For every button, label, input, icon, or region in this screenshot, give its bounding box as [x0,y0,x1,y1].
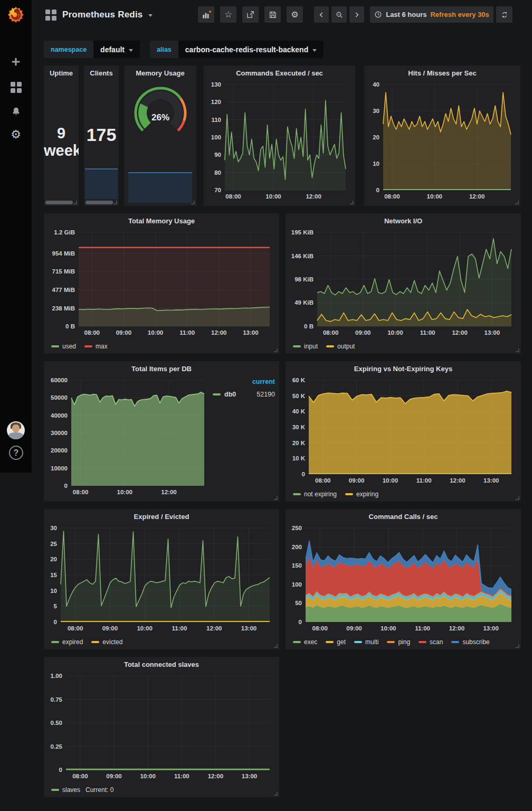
legend-label: exec [304,638,317,646]
help-icon[interactable]: ? [9,446,23,460]
expiring-keys-chart[interactable]: 08:0009:0010:0011:0012:0013:00010 K20 K3… [289,376,518,486]
share-button[interactable] [242,6,259,23]
legend-color-dash [419,641,426,643]
add-panel-button[interactable] [198,6,214,23]
svg-text:0: 0 [299,619,302,625]
resize-handle[interactable] [274,348,278,352]
dashboard-title-dropdown[interactable]: Prometheus Redis [45,0,153,30]
panel-title[interactable]: Uptime [44,69,79,77]
legend-item-db0[interactable]: db052190 [213,391,275,398]
resize-handle[interactable] [515,201,519,204]
legend-item-output[interactable]: output [326,343,355,350]
panel-title[interactable]: Expired / Evicted [44,513,279,521]
resize-handle[interactable] [350,201,354,204]
h-scrollbar[interactable] [45,201,73,204]
panel-title[interactable]: Command Calls / sec [286,513,521,521]
legend-color-dash [387,641,395,643]
svg-text:10 K: 10 K [292,455,306,461]
legend-color-dash [345,493,353,495]
uptime-value: 9 weeks [44,125,79,160]
svg-text:0.25: 0.25 [51,743,63,750]
legend-item-evicted[interactable]: evicted [91,638,122,646]
legend-item-exec[interactable]: exec [293,638,317,646]
legend-item-ping[interactable]: ping [387,638,410,646]
panel-title[interactable]: Clients [84,69,119,77]
legend-item-expiring[interactable]: expiring [345,491,378,498]
panel-title[interactable]: Memory Usage [124,69,196,77]
svg-text:60 K: 60 K [292,377,306,383]
legend-item-max[interactable]: max [84,343,108,350]
star-button[interactable]: ☆ [220,6,236,23]
chart-legend: usedmax [51,343,108,350]
legend-item-input[interactable]: input [293,343,318,350]
svg-text:0: 0 [59,767,62,773]
network-io-chart[interactable]: 08:0009:0010:0011:0012:0013:000 B49 KiB9… [289,228,518,338]
svg-text:12:00: 12:00 [449,625,464,631]
configuration-gear-icon[interactable]: ⚙ [0,126,32,144]
command-calls-chart[interactable]: 08:0009:0010:0011:0012:0013:000501001502… [289,524,518,634]
svg-text:0.50: 0.50 [51,720,62,726]
commands-executed-chart[interactable]: 08:0010:0012:00708090100110120130 [207,80,352,202]
chart-legend: expiredevicted [51,638,122,646]
panel-title[interactable]: Expiring vs Not-Expiring Keys [286,365,521,373]
expired-evicted-chart[interactable]: 08:0009:0010:0011:0012:0013:000510152025… [47,524,276,634]
zoom-out-button[interactable] [331,6,347,23]
save-button[interactable] [264,6,281,23]
settings-gear-button[interactable]: ⚙ [287,6,303,23]
total-memory-chart[interactable]: 08:0009:0010:0011:0012:0013:000 B238 MiB… [47,228,276,338]
svg-text:100: 100 [211,134,221,140]
refresh-button[interactable] [496,6,512,23]
panel-title[interactable]: Network I/O [286,217,521,225]
resize-handle[interactable] [191,201,195,204]
user-avatar[interactable] [7,421,25,439]
svg-text:30: 30 [50,525,57,531]
resize-handle[interactable] [113,201,117,204]
panel-title[interactable]: Commands Executed / sec [204,69,355,77]
legend-item-subscribe[interactable]: subscribe [451,638,489,646]
panel-title[interactable]: Total Items per DB [44,365,279,373]
svg-text:20: 20 [50,556,57,562]
resize-handle[interactable] [516,644,519,648]
dashboards-icon[interactable] [0,78,32,96]
alerting-bell-icon[interactable] [0,102,32,120]
time-forward-button[interactable] [349,6,364,23]
svg-text:10:00: 10:00 [137,625,152,631]
legend-current-header[interactable]: current [213,378,275,385]
time-back-button[interactable] [314,6,329,23]
legend-item-not-expiring[interactable]: not expiring [293,491,337,498]
legend-item-get[interactable]: get [326,638,346,646]
svg-text:08:00: 08:00 [312,625,327,631]
panel-title[interactable]: Hits / Misses per Sec [364,69,520,77]
legend-item-expired[interactable]: expired [51,638,83,646]
resize-handle[interactable] [274,792,278,796]
svg-text:08:00: 08:00 [72,773,88,779]
legend-item-scan[interactable]: scan [419,638,443,646]
svg-text:08:00: 08:00 [73,489,88,495]
legend-item-slaves[interactable]: slavesCurrent: 0 [51,786,113,794]
resize-handle[interactable] [516,496,519,500]
alias-dropdown[interactable]: alias carbon-cache-redis-result-backend [150,41,324,58]
hits-misses-chart[interactable]: 08:0010:0012:00010203040 [367,80,517,202]
legend-item-multi[interactable]: multi [354,638,378,646]
panel-title[interactable]: Total Memory Usage [44,217,279,225]
time-range-picker[interactable]: Last 6 hours Refresh every 30s [370,6,493,23]
grafana-logo[interactable] [6,5,25,24]
items-per-db-chart[interactable]: 08:0010:0012:000100002000030000400005000… [47,376,211,497]
namespace-dropdown[interactable]: namespace default [44,41,140,58]
svg-text:26%: 26% [151,112,169,122]
resize-handle[interactable] [274,496,278,500]
svg-text:13:00: 13:00 [241,625,256,631]
h-scrollbar[interactable] [86,201,113,204]
svg-text:08:00: 08:00 [84,329,100,336]
svg-text:10:00: 10:00 [427,193,442,200]
svg-text:0.75: 0.75 [51,696,63,703]
resize-handle[interactable] [516,348,519,352]
resize-handle[interactable] [274,644,278,648]
svg-text:09:00: 09:00 [355,329,370,336]
resize-handle[interactable] [73,201,77,204]
panel-title[interactable]: Total connected slaves [44,661,279,668]
legend-item-used[interactable]: used [51,343,76,350]
connected-slaves-chart[interactable]: 08:0009:0010:0011:0012:0013:0000.250.500… [47,672,276,781]
svg-text:954 MiB: 954 MiB [52,250,75,257]
create-plus-icon[interactable] [0,53,32,71]
